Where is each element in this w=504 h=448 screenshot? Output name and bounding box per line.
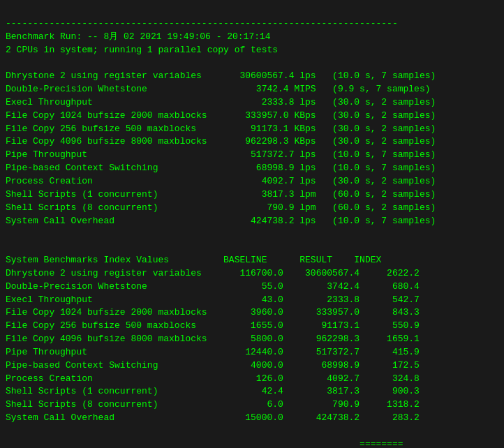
index-row: File Copy 4096 bufsize 8000 maxblocks 58… <box>6 334 420 344</box>
result-row: Shell Scripts (8 concurrent) 790.9 lpm (… <box>6 202 436 213</box>
index-row: System Call Overhead 15000.0 424738.2 28… <box>6 412 420 423</box>
index-row: Shell Scripts (8 concurrent) 6.0 790.9 1… <box>6 399 420 410</box>
result-row: System Call Overhead 424738.2 lps (10.0 … <box>6 216 436 226</box>
equals-line: ======== <box>6 439 403 448</box>
index-rows-section: Dhrystone 2 using register variables 116… <box>6 267 498 425</box>
index-row: File Copy 1024 bufsize 2000 maxblocks 39… <box>6 307 420 318</box>
result-row: Dhrystone 2 using register variables 306… <box>6 70 436 81</box>
result-row: Pipe Throughput 517372.7 lps (10.0 s, 7 … <box>6 149 436 160</box>
index-row: Pipe Throughput 12440.0 517372.7 415.9 <box>6 347 420 357</box>
index-row: Pipe-based Context Switching 4000.0 6899… <box>6 360 420 371</box>
result-row: File Copy 4096 bufsize 8000 maxblocks 96… <box>6 136 436 147</box>
benchmark-run-label: Benchmark Run: -- 8月 02 2021 19:49:06 - … <box>6 31 271 42</box>
separator-line: ----------------------------------------… <box>6 18 398 29</box>
index-header: System Benchmarks Index Values BASELINE … <box>6 255 381 265</box>
index-row: File Copy 256 bufsize 500 maxblocks 1655… <box>6 320 420 331</box>
index-row: Execl Throughput 43.0 2333.8 542.7 <box>6 294 420 305</box>
results-section: Dhrystone 2 using register variables 306… <box>6 70 436 225</box>
cpu-info: 2 CPUs in system; running 1 parallel cop… <box>6 45 278 55</box>
result-row: File Copy 256 bufsize 500 maxblocks 9117… <box>6 124 436 134</box>
result-row: Pipe-based Context Switching 68998.9 lps… <box>6 163 436 173</box>
result-row: Execl Throughput 2333.8 lps (30.0 s, 2 s… <box>6 97 436 107</box>
result-row: File Copy 1024 bufsize 2000 maxblocks 33… <box>6 110 436 121</box>
result-row: Process Creation 4092.7 lps (30.0 s, 2 s… <box>6 176 436 186</box>
result-row: Shell Scripts (1 concurrent) 3817.3 lpm … <box>6 189 436 200</box>
terminal-output: ----------------------------------------… <box>6 4 498 241</box>
index-row: Double-Precision Whetstone 55.0 3742.4 6… <box>6 281 420 292</box>
blank-line-1 <box>6 57 11 68</box>
footer-section: ======== System Benchmarks Index Score h… <box>6 425 498 448</box>
index-section: System Benchmarks Index Values BASELINE … <box>6 241 498 267</box>
index-row: Process Creation 126.0 4092.7 324.8 <box>6 373 420 384</box>
index-row: Shell Scripts (1 concurrent) 42.4 3817.3… <box>6 386 420 396</box>
index-row: Dhrystone 2 using register variables 116… <box>6 268 420 278</box>
result-row: Double-Precision Whetstone 3742.4 MIPS (… <box>6 84 431 94</box>
